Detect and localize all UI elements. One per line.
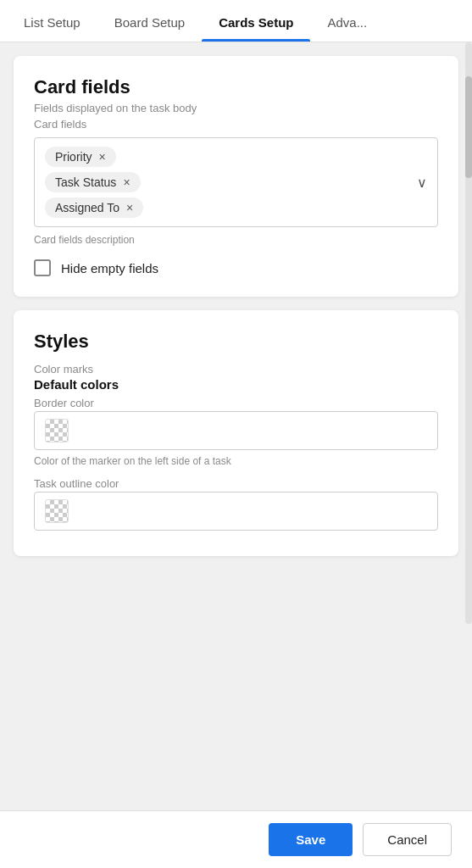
hide-empty-checkbox[interactable]: [34, 259, 51, 276]
scrollbar-track[interactable]: [465, 42, 472, 624]
priority-label: Priority: [55, 150, 92, 164]
styles-card: Styles Color marks Default colors Border…: [14, 310, 458, 556]
task-status-tag: Task Status ×: [45, 172, 141, 192]
tab-board-setup[interactable]: Board Setup: [97, 0, 202, 42]
tab-advanced[interactable]: Adva...: [310, 0, 384, 42]
assigned-to-tag: Assigned To ×: [45, 198, 143, 218]
assigned-to-remove-btn[interactable]: ×: [126, 201, 133, 214]
task-status-remove-btn[interactable]: ×: [123, 175, 130, 189]
outline-color-label: Task outline color: [34, 477, 438, 490]
priority-tag: Priority ×: [45, 147, 116, 167]
border-color-hint: Color of the marker on the left side of …: [34, 455, 438, 467]
tab-bar: List Setup Board Setup Cards Setup Adva.…: [0, 0, 472, 42]
scrollbar-thumb[interactable]: [465, 76, 472, 178]
border-color-input[interactable]: [34, 411, 438, 450]
task-status-row: Task Status × ∨: [45, 172, 427, 192]
hide-empty-row: Hide empty fields: [34, 259, 438, 276]
tab-list-setup[interactable]: List Setup: [7, 0, 97, 42]
save-button[interactable]: Save: [269, 823, 353, 856]
priority-row: Priority ×: [45, 147, 427, 167]
outline-color-checker-icon: [45, 499, 69, 523]
dropdown-arrow-icon[interactable]: ∨: [417, 175, 427, 191]
priority-remove-btn[interactable]: ×: [99, 150, 106, 164]
tab-cards-setup[interactable]: Cards Setup: [202, 0, 310, 42]
outline-color-input[interactable]: [34, 492, 438, 531]
assigned-to-row: Assigned To ×: [45, 198, 427, 218]
task-status-label: Task Status: [55, 175, 116, 189]
card-fields-label: Card fields: [34, 118, 438, 131]
cancel-button[interactable]: Cancel: [363, 823, 452, 856]
border-color-checker-icon: [45, 419, 69, 442]
card-fields-description: Card fields description: [34, 234, 438, 246]
card-fields-title: Card fields: [34, 76, 438, 98]
card-fields-card: Card fields Fields displayed on the task…: [14, 56, 458, 297]
content-area: Card fields Fields displayed on the task…: [0, 42, 472, 624]
styles-title: Styles: [34, 331, 438, 353]
default-colors-label: Default colors: [34, 377, 438, 392]
border-color-label: Border color: [34, 397, 438, 409]
hide-empty-label: Hide empty fields: [61, 261, 158, 275]
bottom-bar: Save Cancel: [0, 810, 472, 868]
card-fields-box: Priority × Task Status × ∨ Assigned To ×: [34, 137, 438, 227]
assigned-to-label: Assigned To: [55, 201, 119, 214]
color-marks-label: Color marks: [34, 363, 438, 376]
card-fields-subtitle: Fields displayed on the task body: [34, 102, 438, 114]
